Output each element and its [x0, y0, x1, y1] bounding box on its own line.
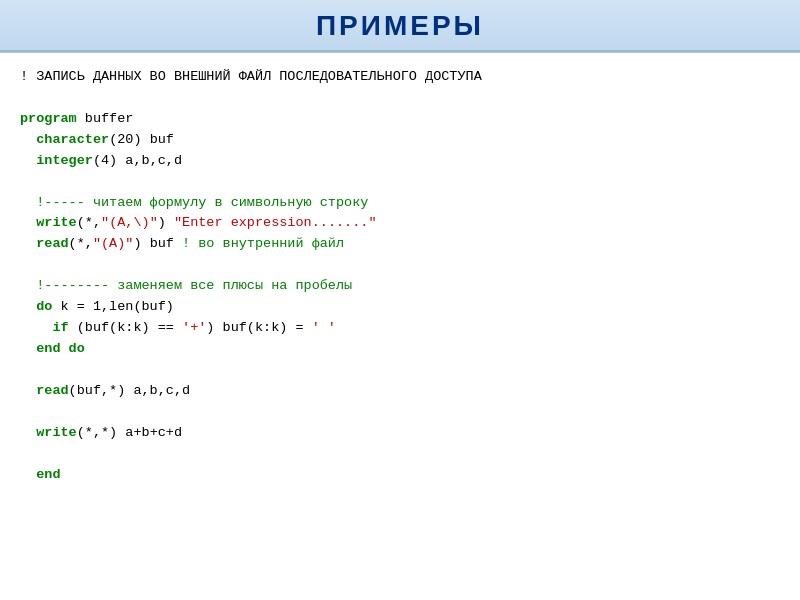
comment1-text: !----- читаем формулу в символьную строк…: [36, 195, 368, 210]
comment-header-line: ! ЗАПИСЬ ДАННЫХ ВО ВНЕШНИЙ ФАЙЛ ПОСЛЕДОВ…: [20, 67, 780, 88]
end-keyword-final: end: [36, 467, 60, 482]
write1-line: write(*,"(A,\)") "Enter expression......…: [20, 213, 780, 234]
blank-line-1: [20, 88, 780, 109]
if-mid: ) buf(k:k) =: [206, 320, 311, 335]
comment1-line: !----- читаем формулу в символьную строк…: [20, 193, 780, 214]
indent-5: [20, 236, 36, 251]
content-area: ! ЗАПИСЬ ДАННЫХ ВО ВНЕШНИЙ ФАЙЛ ПОСЛЕДОВ…: [0, 52, 800, 600]
blank-line-2: [20, 172, 780, 193]
do-keyword: do: [36, 299, 52, 314]
enddo-line: end do: [20, 339, 780, 360]
write2-line: write(*,*) a+b+c+d: [20, 423, 780, 444]
indent-8: [20, 320, 52, 335]
if-str1: '+': [182, 320, 206, 335]
read1-line: read(*,"(A)") buf ! во внутренний файл: [20, 234, 780, 255]
character-line: character(20) buf: [20, 130, 780, 151]
read1-buf: ) buf: [133, 236, 182, 251]
write1-paren: (*,: [77, 215, 101, 230]
write1-fmt: "(A,\)": [101, 215, 158, 230]
comment2-text: !-------- заменяем все плюсы на пробелы: [36, 278, 352, 293]
indent-11: [20, 425, 36, 440]
indent-6: [20, 278, 36, 293]
indent-10: [20, 383, 36, 398]
code-block: ! ЗАПИСЬ ДАННЫХ ВО ВНЕШНИЙ ФАЙЛ ПОСЛЕДОВ…: [20, 67, 780, 485]
indent-4: [20, 215, 36, 230]
indent-7: [20, 299, 36, 314]
program-keyword: program: [20, 111, 77, 126]
write1-str: "Enter expression.......": [174, 215, 377, 230]
write1-keyword: write: [36, 215, 77, 230]
read1-comment: ! во внутренний файл: [182, 236, 344, 251]
if-str2: ' ': [312, 320, 336, 335]
program-line: program buffer: [20, 109, 780, 130]
blank-line-6: [20, 444, 780, 465]
comment2-line: !-------- заменяем все плюсы на пробелы: [20, 276, 780, 297]
if-line: if (buf(k:k) == '+') buf(k:k) = ' ': [20, 318, 780, 339]
indent-1: [20, 132, 36, 147]
integer-rest: (4) a,b,c,d: [93, 153, 182, 168]
header: ПРИМЕРЫ: [0, 0, 800, 52]
character-keyword: character: [36, 132, 109, 147]
blank-line-3: [20, 255, 780, 276]
do-rest: k = 1,len(buf): [52, 299, 174, 314]
do-line: do k = 1,len(buf): [20, 297, 780, 318]
read1-keyword: read: [36, 236, 68, 251]
blank-line-5: [20, 402, 780, 423]
program-name: buffer: [77, 111, 134, 126]
read1-paren: (*,: [69, 236, 93, 251]
blank-line-4: [20, 360, 780, 381]
indent-3: [20, 195, 36, 210]
read2-keyword: read: [36, 383, 68, 398]
page-title: ПРИМЕРЫ: [316, 10, 484, 41]
character-rest: (20) buf: [109, 132, 174, 147]
comment-header-text: ! ЗАПИСЬ ДАННЫХ ВО ВНЕШНИЙ ФАЙЛ ПОСЛЕДОВ…: [20, 69, 482, 84]
indent-2: [20, 153, 36, 168]
if-paren: (buf(k:k) ==: [69, 320, 182, 335]
end-keyword: end do: [36, 341, 85, 356]
read2-line: read(buf,*) a,b,c,d: [20, 381, 780, 402]
write2-rest: (*,*) a+b+c+d: [77, 425, 182, 440]
integer-line: integer(4) a,b,c,d: [20, 151, 780, 172]
if-keyword: if: [52, 320, 68, 335]
page-container: ПРИМЕРЫ ! ЗАПИСЬ ДАННЫХ ВО ВНЕШНИЙ ФАЙЛ …: [0, 0, 800, 600]
read2-rest: (buf,*) a,b,c,d: [69, 383, 191, 398]
end-line: end: [20, 465, 780, 486]
integer-keyword: integer: [36, 153, 93, 168]
write1-paren2: ): [158, 215, 174, 230]
read1-fmt: "(A)": [93, 236, 134, 251]
write2-keyword: write: [36, 425, 77, 440]
indent-12: [20, 467, 36, 482]
indent-9: [20, 341, 36, 356]
